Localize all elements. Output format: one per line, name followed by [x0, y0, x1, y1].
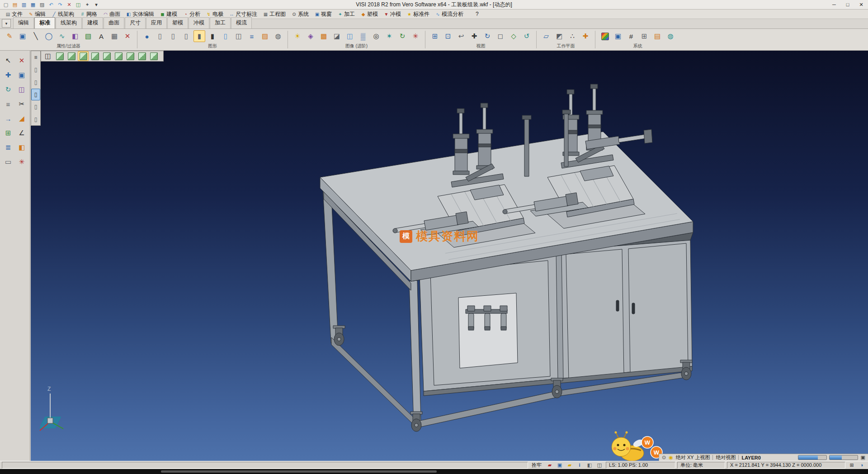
folder-status-icon[interactable]: ▰: [565, 461, 574, 469]
tab-modeling[interactable]: 建模: [82, 17, 103, 28]
hidden-line-view-icon[interactable]: ▯: [167, 30, 179, 42]
filter-group-icon[interactable]: ▦: [108, 30, 120, 42]
view-cube-8[interactable]: [137, 51, 147, 61]
workplane-face-icon[interactable]: ◩: [553, 30, 565, 42]
view-cube-9[interactable]: [148, 51, 159, 61]
views-icon[interactable]: ◫: [74, 1, 82, 8]
options-icon[interactable]: ✦: [83, 1, 91, 8]
trim-tool-icon[interactable]: ✂: [15, 98, 28, 110]
wireframe-view-icon[interactable]: ▯: [154, 30, 166, 42]
tab-flow[interactable]: 模流: [231, 17, 252, 28]
filter-circle-icon[interactable]: ◯: [43, 30, 55, 42]
menu-machining[interactable]: ✦ 加工: [335, 10, 358, 19]
camera-icon[interactable]: ◎: [370, 30, 382, 42]
materials-icon[interactable]: ◈: [305, 30, 316, 42]
attribute-edit-icon[interactable]: ✎: [4, 30, 15, 42]
pan-icon[interactable]: ✚: [468, 30, 480, 42]
shadows-icon[interactable]: ◪: [331, 30, 343, 42]
attribute-match-icon[interactable]: ▣: [17, 30, 28, 42]
tab-dimension[interactable]: 尺寸: [125, 17, 146, 28]
workplane-3points-icon[interactable]: ∴: [566, 30, 578, 42]
tab-edit[interactable]: 编辑: [13, 17, 34, 28]
tab-dropdown-button[interactable]: ▾: [2, 19, 11, 28]
layer-slot-1[interactable]: ▯: [31, 64, 40, 76]
tab-apply[interactable]: 应用: [146, 17, 167, 28]
zoom-all-icon[interactable]: ⊞: [429, 30, 441, 42]
zoom-previous-icon[interactable]: ↩: [455, 30, 467, 42]
render-settings-icon[interactable]: ✳: [410, 30, 421, 42]
sphere-quality-icon[interactable]: ◍: [272, 30, 284, 42]
textures-icon[interactable]: ▩: [318, 30, 330, 42]
view-cube-5[interactable]: [101, 51, 112, 61]
offset-tool-icon[interactable]: ≡: [2, 98, 14, 110]
zoom-indicator-icon[interactable]: ⊙: [662, 455, 666, 460]
layer-slot-3[interactable]: ▯: [31, 89, 40, 100]
layer-slot-5[interactable]: ▯: [31, 114, 40, 125]
taskbar-item[interactable]: [161, 470, 437, 473]
measure-tool-icon[interactable]: ∠: [15, 127, 28, 139]
view-cube-3[interactable]: [78, 51, 89, 61]
menu-moldflow[interactable]: ∿ 模流分析: [433, 10, 466, 19]
transparent-view-icon[interactable]: ▯: [220, 30, 231, 42]
view-reference-label[interactable]: 绝对视图: [716, 454, 736, 461]
layer-slot-4[interactable]: ▯: [31, 101, 40, 113]
animation-icon[interactable]: ↻: [396, 30, 408, 42]
tab-die[interactable]: 冲模: [189, 17, 209, 28]
snapshot-icon[interactable]: ✶: [383, 30, 395, 42]
mirror-tool-icon[interactable]: ◫: [15, 83, 28, 96]
color-tool-icon[interactable]: ◧: [15, 141, 28, 154]
tab-standard[interactable]: 标准: [34, 17, 55, 28]
open-file-icon[interactable]: ▤: [11, 1, 19, 8]
menu-system[interactable]: ⊙ 系统: [289, 10, 311, 19]
grid-snap-icon[interactable]: ⊞: [847, 461, 856, 469]
filter-line-icon[interactable]: ╲: [30, 30, 42, 42]
filter-solid-icon[interactable]: ▧: [82, 30, 94, 42]
view-iso-icon[interactable]: ◇: [508, 30, 519, 42]
view-mode-label[interactable]: 绝对 XY 上视图: [676, 454, 710, 461]
delete-icon[interactable]: ✕: [65, 1, 73, 8]
cube-status-icon[interactable]: ◧: [585, 461, 594, 469]
tab-mold[interactable]: 塑模: [167, 17, 188, 28]
render-mode-icon[interactable]: ◑: [857, 461, 866, 469]
zoom-window-icon[interactable]: ⊡: [442, 30, 454, 42]
color-table-icon[interactable]: [599, 30, 611, 42]
view-cube-7[interactable]: [125, 51, 136, 61]
maximize-button[interactable]: □: [841, 0, 854, 9]
globe-icon[interactable]: ◍: [665, 30, 676, 42]
snap-lock-label[interactable]: 拴牢: [530, 462, 543, 469]
reflections-icon[interactable]: ◫: [344, 30, 356, 42]
menu-help[interactable]: ?: [467, 10, 481, 18]
filter-curve-icon[interactable]: ∿: [56, 30, 68, 42]
rotate-tool-icon[interactable]: ↻: [2, 83, 14, 96]
strip-menu-icon[interactable]: ≡: [31, 52, 40, 63]
new-file-icon[interactable]: ▢: [2, 1, 10, 8]
status-mini-icon[interactable]: ▣: [861, 455, 865, 460]
undo-icon[interactable]: ↶: [47, 1, 55, 8]
redo-icon[interactable]: ↷: [56, 1, 64, 8]
view-cube-1[interactable]: [54, 51, 65, 61]
viewport-3d[interactable]: Z W W 模 模具资料网: [31, 51, 868, 461]
group-tool-icon[interactable]: ▭: [2, 156, 14, 168]
explode-tool-icon[interactable]: ✳: [15, 156, 28, 168]
view-cube-4[interactable]: [90, 51, 100, 61]
viewport-layout-icon[interactable]: ◫: [42, 51, 53, 61]
menu-drawing[interactable]: ▦ 工程图: [260, 10, 288, 19]
screen-layout-icon[interactable]: ▣: [612, 30, 624, 42]
active-layer-label[interactable]: LAYER0: [741, 455, 760, 460]
profile-status-icon[interactable]: ▰: [545, 461, 554, 469]
scale-tool-icon[interactable]: ◢: [15, 112, 28, 125]
save-icon[interactable]: ▥: [20, 1, 28, 8]
select-tool-icon[interactable]: ↖: [2, 54, 14, 67]
lights-icon[interactable]: ☀: [292, 30, 303, 42]
tab-surface[interactable]: 曲面: [104, 17, 124, 28]
extend-tool-icon[interactable]: →: [2, 112, 14, 125]
split-view-status-icon[interactable]: ◫: [595, 461, 604, 469]
paint-faces-icon[interactable]: ▨: [259, 30, 271, 42]
print-icon[interactable]: ▨: [38, 1, 46, 8]
layers-tool-icon[interactable]: ≣: [2, 141, 14, 154]
database-icon[interactable]: ▤: [651, 30, 663, 42]
filter-text-icon[interactable]: A: [95, 30, 107, 42]
filter-reset-icon[interactable]: ✕: [122, 30, 133, 42]
layer-stack-icon[interactable]: ≡: [246, 30, 258, 42]
monitor-status-icon[interactable]: ▣: [555, 461, 564, 469]
